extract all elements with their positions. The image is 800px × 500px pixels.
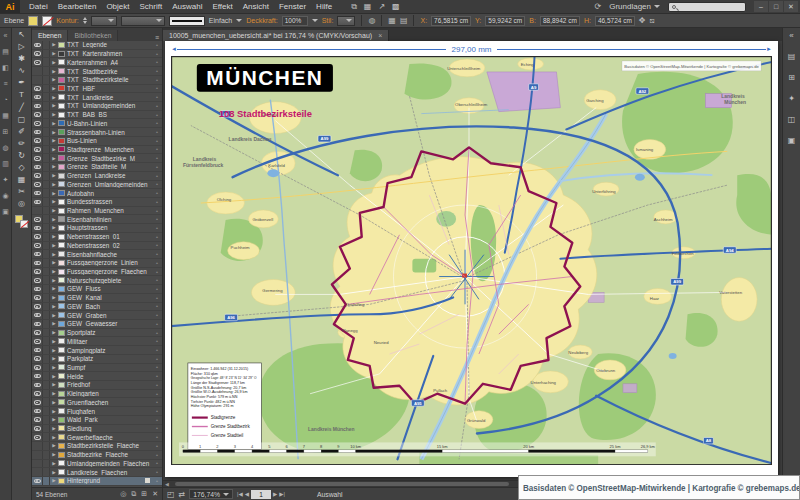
arrange-documents-icon[interactable]: ▦ [364,2,372,11]
target-icon[interactable]: ◦ [152,373,162,379]
layer-row-Grenze_Stadtteile_M[interactable]: ▶Grenze_Stadtteile_M◦ [32,163,162,172]
lock-toggle[interactable] [43,111,50,119]
target-icon[interactable]: ◦ [152,277,162,283]
new-sublayer-icon[interactable]: ⧉ [131,490,136,498]
visibility-toggle[interactable] [32,198,43,206]
expand-arrow-icon[interactable]: ▶ [50,208,58,213]
expand-arrow-icon[interactable]: ▶ [50,382,58,387]
dock-panel-icon-2[interactable]: ⊞ [788,73,795,82]
target-icon[interactable]: ◦ [152,434,162,440]
visibility-toggle[interactable] [32,102,43,110]
layer-row-Grenzen_Landkreise[interactable]: ▶Grenzen_Landkreise◦ [32,172,162,181]
lock-toggle[interactable] [43,442,50,450]
panel-icon-6[interactable]: ⊞ [3,128,9,135]
lock-toggle[interactable] [43,137,50,145]
layer-row-Strassenbahn-Linien[interactable]: ▶Strassenbahn-Linien◦ [32,128,162,137]
direct-selection-tool[interactable]: ▷ [18,43,24,51]
layer-row-Gruenflaechen[interactable]: ▶Gruenflaechen◦ [32,398,162,407]
expand-arrow-icon[interactable]: ▶ [50,199,58,204]
target-icon[interactable]: ◦ [152,269,162,275]
layer-row-Autobahn[interactable]: ▶Autobahn◦ [32,189,162,198]
layer-name[interactable]: Kleingarten [67,390,152,397]
tab-ebenen[interactable]: Ebenen [32,30,68,41]
target-icon[interactable]: ◦ [152,382,162,388]
expand-arrow-icon[interactable]: ▶ [50,365,58,370]
layer-row-Flughafen[interactable]: ▶Flughafen◦ [32,407,162,416]
close-button[interactable]: ✕ [784,1,798,12]
layer-name[interactable]: TXT_Landkreise [67,94,152,101]
layer-row-GEW_Bach[interactable]: ▶GEW_Bach◦ [32,303,162,312]
visibility-toggle[interactable] [32,433,43,441]
layer-row-U-Bahn-Linien[interactable]: ▶U-Bahn-Linien◦ [32,119,162,128]
expand-arrow-icon[interactable]: ▶ [50,51,58,56]
dock-panel-icon-3[interactable]: ✦ [788,94,795,103]
lock-toggle[interactable] [43,189,50,197]
next-artboard-icon[interactable]: ▶ [273,491,277,497]
stock-icon[interactable]: ▩ [392,2,400,11]
target-icon[interactable]: ◦ [152,443,162,449]
panel-icon-11[interactable]: ▣ [2,208,9,215]
visibility-toggle[interactable] [32,189,43,197]
mesh-tool[interactable]: ▦ [18,176,26,184]
layer-name[interactable]: Campingplatz [67,347,152,354]
zoom-tool[interactable]: ◎ [18,200,25,208]
expand-arrow-icon[interactable]: ▶ [50,138,58,143]
make-mask-icon[interactable]: ◎ [120,490,126,498]
layer-name[interactable]: Gewerbeflaeche [67,434,152,441]
sync-icon[interactable]: ⟳ [594,2,601,11]
layer-row-Naturschutzgebiete[interactable]: ▶Naturschutzgebiete◦ [32,276,162,285]
layer-name[interactable]: Nebenstrassen_02 [67,242,152,249]
layer-row-GEW_Gewaesser[interactable]: ▶GEW_Gewaesser◦ [32,320,162,329]
expand-arrow-icon[interactable]: ▶ [50,147,58,152]
layer-name[interactable]: TXT_Kartenrahmen [67,50,152,57]
layer-row-Parkplatz[interactable]: ▶Parkplatz◦ [32,355,162,364]
visibility-toggle[interactable] [32,477,43,485]
scale-tool[interactable]: ◇ [18,164,24,172]
panel-icon-9[interactable]: ✦ [3,176,9,183]
layer-row-GEW_Fluss[interactable]: ▶GEW_Fluss◦ [32,285,162,294]
expand-arrow-icon[interactable]: ▶ [50,461,58,466]
panel-icon-4[interactable]: ◔ [3,96,7,103]
visibility-toggle[interactable] [32,425,43,433]
menu-item-datei[interactable]: Datei [24,2,53,11]
rectangle-tool[interactable]: ▢ [18,116,26,124]
pen-tool[interactable]: ✒ [18,79,25,87]
expand-arrow-icon[interactable]: ▶ [50,278,58,283]
status-icon-b[interactable]: ⇄ [179,490,186,499]
rotate-tool[interactable]: ↻ [18,152,25,160]
visibility-toggle[interactable] [32,111,43,119]
visibility-toggle[interactable] [32,172,43,180]
target-icon[interactable]: ◦ [152,347,162,353]
visibility-toggle[interactable] [32,451,43,459]
target-icon[interactable]: ◦ [152,51,162,57]
expand-arrow-icon[interactable]: ▶ [50,295,58,300]
visibility-toggle[interactable] [32,119,43,127]
target-icon[interactable]: ◦ [152,295,162,301]
visibility-toggle[interactable] [32,337,43,345]
target-icon[interactable]: ◦ [152,478,162,484]
layer-name[interactable]: Wald_Park [67,416,152,423]
lock-toggle[interactable] [43,364,50,372]
layer-name[interactable]: Kartenrahmen_A4 [67,59,152,66]
layer-row-Gewerbeflaeche[interactable]: ▶Gewerbeflaeche◦ [32,433,162,442]
selection-tool[interactable]: ↖ [18,31,25,39]
layer-name[interactable]: Nebenstrassen_01 [67,233,152,240]
layer-name[interactable]: Militaer [67,338,152,345]
target-icon[interactable]: ◦ [152,155,162,161]
target-icon[interactable]: ◦ [152,338,162,344]
style-link[interactable]: Stil: [322,17,334,24]
lock-toggle[interactable] [43,407,50,415]
lock-toggle[interactable] [43,181,50,189]
visibility-toggle[interactable] [32,329,43,337]
target-icon[interactable]: ◦ [152,364,162,370]
expand-arrow-icon[interactable]: ▶ [50,443,58,448]
opacity-field[interactable]: 100% [282,16,308,26]
lock-toggle[interactable] [43,285,50,293]
lock-toggle[interactable] [43,451,50,459]
visibility-toggle[interactable] [32,259,43,267]
layer-row-Stadtbezirksteile_Flaeche[interactable]: ▶Stadtbezirksteile_Flaeche◦ [32,442,162,451]
layer-name[interactable]: Eisenbahnlinien [67,216,152,223]
layer-name[interactable]: Grenze_Stadtteile_M [67,163,152,170]
target-icon[interactable]: ◦ [152,391,162,397]
lock-toggle[interactable] [43,355,50,363]
